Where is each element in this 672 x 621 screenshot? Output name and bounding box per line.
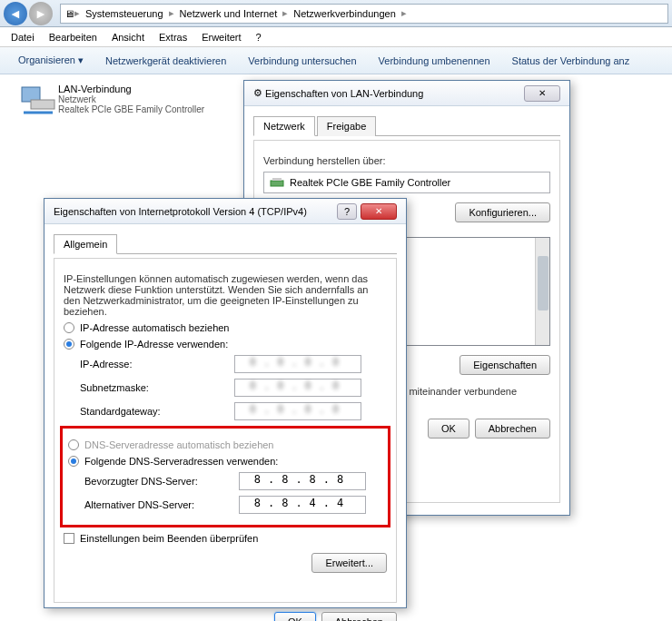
ipv4-properties-dialog: Eigenschaften von Internetprotokoll Vers… (44, 198, 407, 608)
network-icon: ⚙ (253, 87, 262, 99)
connection-list-item[interactable]: LAN-Verbindung Netzwerk Realtek PCIe GBE… (18, 84, 236, 120)
toolbar-organize[interactable]: Organisieren ▾ (7, 54, 94, 66)
label-alternate-dns: Alternativer DNS-Server: (84, 499, 239, 510)
tab-sharing[interactable]: Freigabe (317, 116, 376, 136)
ok-button[interactable]: OK (428, 419, 469, 439)
radio-label: IP-Adresse automatisch beziehen (80, 322, 229, 333)
tab-general[interactable]: Allgemein (54, 234, 117, 254)
breadcrumb-icon: 🖥 (64, 8, 74, 19)
connection-device: Realtek PCIe GBE Family Controller (58, 104, 204, 114)
checkbox-icon (64, 533, 74, 544)
dialog-titlebar: ⚙ Eigenschaften von LAN-Verbindung ✕ (244, 81, 569, 106)
radio-label: Folgende IP-Adresse verwenden: (80, 339, 228, 350)
dns-highlight-region: DNS-Serveradresse automatisch beziehen F… (60, 426, 390, 527)
command-bar: Organisieren ▾ Netzwerkgerät deaktiviere… (0, 47, 672, 74)
svg-rect-1 (31, 100, 54, 109)
radio-auto-ip[interactable]: IP-Adresse automatisch beziehen (64, 322, 387, 333)
tab-strip: Allgemein (54, 233, 397, 254)
scrollbar[interactable] (535, 238, 549, 345)
toolbar-disable-device[interactable]: Netzwerkgerät deaktivieren (94, 55, 237, 66)
breadcrumb-item[interactable]: Netzwerkverbindungen (288, 8, 401, 19)
breadcrumb[interactable]: 🖥 ▸ Systemsteuerung ▸ Netzwerk und Inter… (60, 4, 668, 24)
nav-forward-button[interactable]: ► (29, 2, 53, 25)
radio-manual-ip[interactable]: Folgende IP-Adresse verwenden: (64, 339, 387, 350)
adapter-icon (270, 175, 284, 190)
label-ip-address: IP-Adresse: (80, 359, 234, 370)
ip-address-input[interactable]: 0.0.0.0 (234, 355, 361, 373)
connect-using-label: Verbindung herstellen über: (263, 155, 550, 166)
intro-text: IP-Einstellungen können automatisch zuge… (64, 273, 387, 317)
ok-button[interactable]: OK (274, 612, 316, 621)
tab-network[interactable]: Netzwerk (253, 116, 315, 136)
breadcrumb-item[interactable]: Netzwerk und Internet (174, 8, 283, 19)
properties-button[interactable]: Eigenschaften (460, 355, 550, 375)
configure-button[interactable]: Konfigurieren... (455, 202, 550, 222)
label-subnet-mask: Subnetzmaske: (80, 382, 234, 393)
help-button[interactable]: ? (337, 203, 357, 220)
adapter-box[interactable]: Realtek PCIe GBE Family Controller (263, 172, 550, 193)
gateway-input[interactable]: 0.0.0.0 (234, 402, 361, 420)
radio-manual-dns[interactable]: Folgende DNS-Serveradressen verwenden: (68, 456, 382, 467)
menu-file[interactable]: Datei (4, 32, 42, 43)
preferred-dns-input[interactable]: 8.8.8.8 (239, 472, 366, 490)
radio-icon (64, 322, 74, 333)
radio-label: DNS-Serveradresse automatisch beziehen (84, 439, 274, 450)
svg-rect-4 (272, 178, 282, 181)
close-button[interactable]: ✕ (524, 85, 560, 102)
adapter-name: Realtek PCIe GBE Family Controller (290, 177, 450, 188)
dialog-title: Eigenschaften von Internetprotokoll Vers… (54, 206, 307, 217)
tab-strip: Netzwerk Freigabe (253, 115, 560, 136)
validate-checkbox-row[interactable]: Einstellungen beim Beenden überprüfen (64, 533, 387, 544)
checkbox-label: Einstellungen beim Beenden überprüfen (80, 533, 258, 544)
nav-back-button[interactable]: ◄ (4, 2, 27, 25)
menu-view[interactable]: Ansicht (104, 32, 152, 43)
radio-icon (68, 439, 79, 450)
breadcrumb-item[interactable]: Systemsteuerung (80, 8, 169, 19)
alternate-dns-input[interactable]: 8.8.4.4 (239, 496, 366, 514)
cancel-button[interactable]: Abbrechen (475, 419, 550, 439)
connection-network: Netzwerk (58, 94, 204, 104)
cancel-button[interactable]: Abbrechen (321, 612, 397, 621)
menu-extras[interactable]: Extras (152, 32, 194, 43)
menu-bar: Datei Bearbeiten Ansicht Extras Erweiter… (0, 27, 672, 47)
toolbar-status[interactable]: Status der Verbindung anz (501, 55, 641, 66)
menu-advanced[interactable]: Erweitert (194, 32, 248, 43)
close-button[interactable]: ✕ (361, 203, 397, 220)
dialog-titlebar: Eigenschaften von Internetprotokoll Vers… (44, 199, 406, 224)
explorer-titlebar: ◄ ► 🖥 ▸ Systemsteuerung ▸ Netzwerk und I… (0, 0, 672, 27)
dialog-title: Eigenschaften von LAN-Verbindung (265, 88, 423, 99)
radio-auto-dns: DNS-Serveradresse automatisch beziehen (68, 439, 382, 450)
radio-icon (68, 456, 79, 467)
subnet-mask-input[interactable]: 0.0.0.0 (234, 379, 361, 397)
advanced-button[interactable]: Erweitert... (311, 553, 387, 573)
radio-icon (64, 339, 74, 350)
toolbar-diagnose[interactable]: Verbindung untersuchen (237, 55, 367, 66)
toolbar-rename[interactable]: Verbindung umbenennen (368, 55, 501, 66)
svg-rect-3 (271, 181, 283, 186)
menu-edit[interactable]: Bearbeiten (42, 32, 104, 43)
label-preferred-dns: Bevorzugter DNS-Server: (84, 476, 239, 487)
network-adapter-icon (18, 84, 58, 120)
label-gateway: Standardgateway: (80, 406, 234, 417)
radio-label: Folgende DNS-Serveradressen verwenden: (84, 456, 278, 467)
menu-help[interactable]: ? (249, 32, 269, 43)
connection-name: LAN-Verbindung (58, 84, 204, 94)
